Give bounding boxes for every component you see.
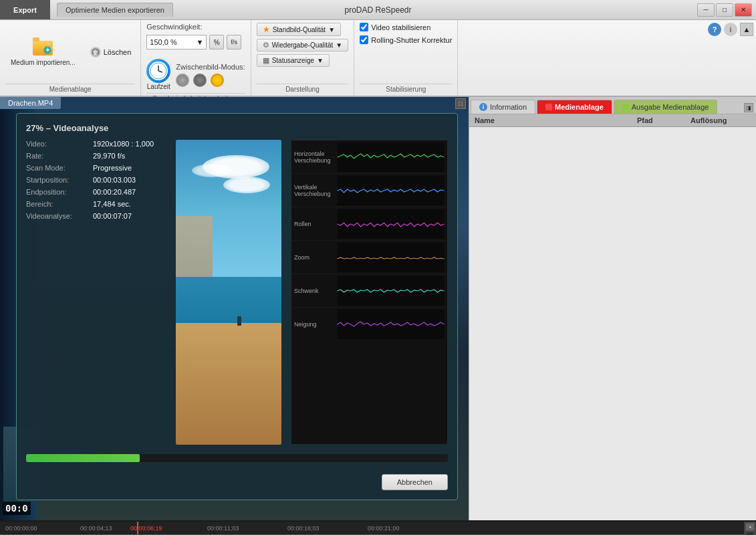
tab-information[interactable]: i Information bbox=[471, 100, 535, 114]
import-button[interactable]: + Medium importieren... bbox=[5, 35, 81, 69]
info-video-value: 1920x1080 : 1,000 bbox=[93, 140, 154, 148]
close-button[interactable]: ✕ bbox=[735, 3, 752, 17]
zwischenbild-minus-button[interactable] bbox=[193, 74, 207, 87]
app-title: proDAD ReSpeedr bbox=[344, 5, 411, 15]
standbild-button[interactable]: ★ Standbild-Qualität ▼ bbox=[257, 23, 341, 36]
tick-4: 00:00:16;03 bbox=[287, 525, 320, 532]
graph-panel: Horizontale Verschiebung Vertikale Versc… bbox=[291, 140, 448, 445]
zwischenbild-controls bbox=[176, 74, 245, 87]
window-controls: ─ □ ✕ bbox=[697, 3, 756, 17]
statusanzeige-button[interactable]: ▦ Statusanzeige ▼ bbox=[257, 54, 330, 67]
scroll-up-button[interactable]: ◂ bbox=[745, 523, 755, 531]
video-panel-collapse[interactable]: □ bbox=[455, 98, 466, 109]
ribbon-section-medienablage: + Medium importieren... 🗑 Löschen Medien… bbox=[0, 20, 141, 96]
maximize-button[interactable]: □ bbox=[716, 3, 733, 17]
rolling-shutter-input[interactable] bbox=[360, 35, 368, 44]
info-analyse-value: 00:00:07:07 bbox=[93, 212, 132, 220]
help-button[interactable]: ? bbox=[708, 23, 721, 36]
info-tab-icon: i bbox=[479, 103, 487, 111]
graph-vertikal: Vertikale Verschiebung bbox=[291, 174, 447, 207]
info-video-label: Video: bbox=[26, 140, 93, 148]
analysis-overlay: 27% – Videoanalyse Video: 1920x1080 : 1,… bbox=[16, 113, 458, 500]
section1-label: Medienablage bbox=[5, 84, 135, 93]
rolling-shutter-checkbox[interactable]: Rolling-Shutter Korrektur bbox=[360, 35, 452, 44]
export-label: Export bbox=[13, 6, 37, 14]
standbild-row: ★ Standbild-Qualität ▼ bbox=[257, 23, 341, 36]
info-bereich-value: 17,484 sec. bbox=[93, 200, 131, 208]
graph-schwenk: Schwenk bbox=[291, 274, 447, 308]
thumbnail-bg bbox=[176, 140, 281, 445]
zwischenbild-gray-button[interactable] bbox=[176, 74, 189, 87]
video-tab-label: Drachen.MP4 bbox=[8, 99, 53, 107]
vertikal-label: Vertikale Verschiebung bbox=[294, 184, 334, 197]
wiedergabe-label: Wiedergabe-Qualität bbox=[272, 41, 334, 49]
scrollbar-track bbox=[747, 532, 753, 535]
info-start-value: 00:00:03.003 bbox=[93, 176, 136, 184]
laufzeit-area: Laufzeit Zwischenbild-Modus: bbox=[146, 59, 245, 90]
tab-medienablage[interactable]: Medienablage bbox=[537, 100, 612, 114]
graph-neigung: Neigung bbox=[291, 308, 447, 341]
wiedergabe-row: ⚙ Wiedergabe-Qualität ▼ bbox=[257, 39, 349, 51]
speed-controls: 150,0 % ▼ % f/s bbox=[146, 35, 241, 49]
monitor-icon: ▦ bbox=[263, 56, 269, 65]
vertikal-graph-svg bbox=[337, 176, 445, 205]
right-table-header: Name Pfad Auflösung bbox=[469, 114, 756, 127]
collapse-ribbon-button[interactable]: ▲ bbox=[740, 23, 753, 36]
laufzeit-button[interactable]: Laufzeit bbox=[146, 59, 170, 90]
graph-horizontal: Horizontale Verschiebung bbox=[291, 140, 447, 174]
video-panel: Drachen.MP4 □ 27% – Videoanalyse Video: … bbox=[0, 97, 469, 520]
clock-face bbox=[149, 62, 168, 80]
star-icon: ★ bbox=[263, 25, 270, 34]
video-stab-label: Video stabilisieren bbox=[371, 23, 430, 31]
right-panel: i Information Medienablage Ausgabe Medie… bbox=[469, 97, 756, 520]
plus-icon: + bbox=[43, 46, 51, 54]
schwenk-label: Schwenk bbox=[294, 288, 334, 294]
speed-dropdown-icon: ▼ bbox=[196, 38, 203, 46]
section4-label: Stabilisierung bbox=[360, 84, 452, 93]
main-area: Drachen.MP4 □ 27% – Videoanalyse Video: … bbox=[0, 97, 756, 520]
info-video-row: Video: 1920x1080 : 1,000 bbox=[26, 140, 166, 148]
wiedergabe-button[interactable]: ⚙ Wiedergabe-Qualität ▼ bbox=[257, 39, 349, 51]
graph-rollen: Rollen bbox=[291, 207, 447, 241]
timeline-area: 00:00:00;00 00:00:04;13 00:00:06;19 00:0… bbox=[0, 520, 756, 535]
help-area: ? i ▲ bbox=[705, 20, 756, 96]
tab-info-label: Information bbox=[490, 103, 527, 111]
ribbon-section-stabilisierung: Video stabilisieren Rolling-Shutter Korr… bbox=[354, 20, 458, 96]
video-stab-input[interactable] bbox=[360, 23, 368, 31]
speed-fps-button[interactable]: f/s bbox=[227, 35, 241, 49]
speed-input[interactable]: 150,0 % ▼ bbox=[146, 35, 207, 49]
delete-label: Löschen bbox=[104, 48, 132, 56]
cancel-button[interactable]: Abbrechen bbox=[382, 474, 448, 490]
tab-ausgabe[interactable]: Ausgabe Medienablage bbox=[614, 100, 718, 114]
horizontal-label: Horizontale Verschiebung bbox=[294, 150, 334, 164]
speed-value: 150,0 % bbox=[150, 38, 176, 46]
statusanzeige-label: Statusanzeige bbox=[272, 57, 314, 64]
tick-2: 00:00:06;19 bbox=[130, 525, 162, 532]
collapse-icon[interactable]: ◨ bbox=[744, 103, 753, 112]
graph-zoom: Zoom bbox=[291, 241, 447, 274]
info-scan-value: Progressive bbox=[93, 164, 132, 172]
right-panel-collapse-btn[interactable]: ◨ bbox=[741, 102, 756, 114]
tab-optimierte[interactable]: Optimierte Medien exportieren bbox=[57, 3, 173, 17]
neigung-label: Neigung bbox=[294, 321, 334, 328]
ribbon-section-content: + Medium importieren... 🗑 Löschen bbox=[5, 23, 135, 81]
title-bar-left-section: Export bbox=[0, 0, 50, 19]
ausgabe-tab-icon bbox=[622, 104, 629, 110]
laufzeit-label: Laufzeit bbox=[147, 83, 170, 90]
delete-button[interactable]: 🗑 Löschen bbox=[86, 45, 136, 60]
gear-icon: ⚙ bbox=[263, 41, 269, 49]
minimize-button[interactable]: ─ bbox=[697, 3, 715, 17]
zwischenbild-plus-button[interactable] bbox=[211, 74, 224, 87]
speed-percent-button[interactable]: % bbox=[209, 35, 224, 49]
cloud2 bbox=[223, 177, 270, 193]
person-silhouette bbox=[237, 316, 241, 326]
delete-area: 🗑 Löschen bbox=[86, 45, 136, 60]
video-stab-checkbox[interactable]: Video stabilisieren bbox=[360, 23, 430, 31]
info-rate-row: Rate: 29,970 f/s bbox=[26, 152, 166, 160]
analysis-content: Video: 1920x1080 : 1,000 Rate: 29,970 f/… bbox=[26, 140, 448, 445]
info-rate-label: Rate: bbox=[26, 152, 93, 160]
info-rate-value: 29,970 f/s bbox=[93, 152, 125, 160]
info-button[interactable]: i bbox=[724, 23, 737, 36]
video-tab[interactable]: Drachen.MP4 bbox=[0, 97, 61, 109]
col-resolution: Auflösung bbox=[690, 116, 751, 124]
